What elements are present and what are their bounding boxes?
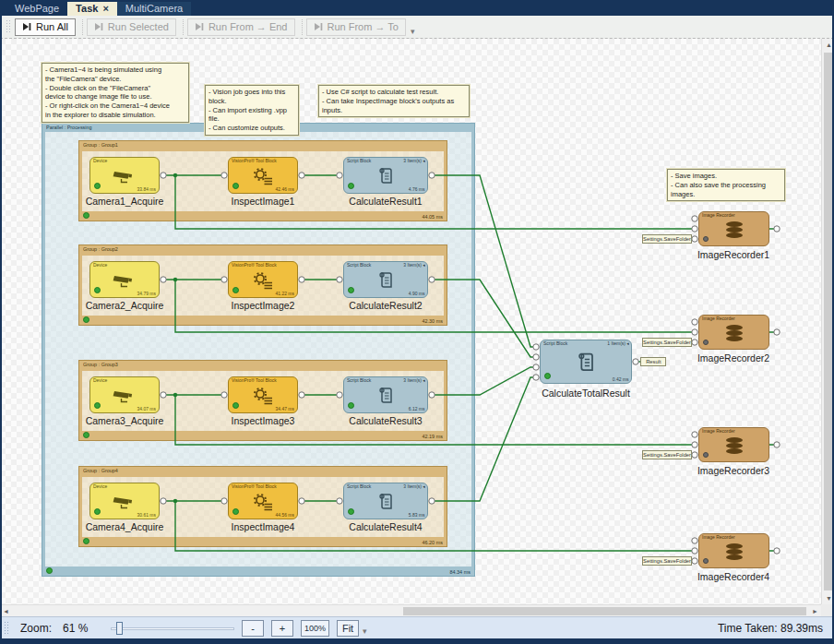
- settings-savefolder-tag[interactable]: Settings.SaveFolder: [642, 556, 692, 566]
- settings-savefolder-tag[interactable]: Settings.SaveFolder: [642, 234, 692, 244]
- run-from-to-label: Run From → To: [328, 21, 399, 32]
- camera-block-1[interactable]: Device 33.84 ms: [89, 157, 160, 194]
- status-ok-icon: [94, 183, 101, 189]
- block-time: 34.79 ms: [137, 291, 156, 296]
- calc-block-2[interactable]: Script Block 3 Item(s) ◂ 4.90 ms: [343, 261, 428, 298]
- note-line: - Vision job goes into this block.: [208, 88, 295, 106]
- camera-block-4[interactable]: Device 30.61 ms: [89, 483, 160, 519]
- vertical-scrollbar-thumb[interactable]: [824, 53, 833, 590]
- close-icon[interactable]: ×: [102, 3, 108, 14]
- recorder-block-3[interactable]: Image Recorder: [698, 427, 769, 462]
- note-simulation[interactable]: - Camera1~4 is being simulated using the…: [42, 63, 189, 123]
- toolbar-overflow-icon[interactable]: ▾: [411, 27, 415, 38]
- block-time: 41.22 ms: [276, 291, 294, 296]
- inspect-block-label: InspectImage1: [194, 196, 332, 207]
- scroll-up-icon[interactable]: ▲: [826, 42, 832, 48]
- run-all-button[interactable]: Run All: [15, 18, 76, 36]
- recorder-block-2[interactable]: Image Recorder: [698, 315, 769, 350]
- statusbar-grip[interactable]: [4, 621, 9, 636]
- scroll-right-icon[interactable]: ►: [812, 608, 818, 614]
- note-script[interactable]: - Use C# script to calculate test result…: [318, 85, 470, 117]
- block-items: 3 Item(s) ◂: [404, 159, 425, 164]
- inspect-block-3[interactable]: VisionPro® Tool Block 34.47 ms: [228, 376, 298, 413]
- block-header: Script Block: [347, 378, 371, 384]
- tab-webpage[interactable]: WebPage: [6, 0, 67, 16]
- database-icon: [722, 542, 746, 562]
- inspect-block-2[interactable]: VisionPro® Tool Block 41.22 ms: [228, 261, 298, 298]
- gear-list-icon: [251, 493, 275, 511]
- zoom-out-button[interactable]: -: [242, 620, 264, 637]
- status-ok-icon: [83, 212, 89, 219]
- status-ok-icon: [94, 287, 101, 293]
- calc-block-3[interactable]: Script Block 3 Item(s) ◂ 6.12 ms: [343, 376, 428, 413]
- recorder-block-label: ImageRecorder1: [664, 249, 803, 260]
- toolbar-separator: [183, 19, 184, 35]
- inspect-block-4[interactable]: VisionPro® Tool Block 44.56 ms: [228, 483, 298, 519]
- status-ok-icon: [232, 183, 239, 189]
- group-title: Group : Group3: [83, 362, 118, 367]
- zoom-slider-handle[interactable]: [116, 622, 123, 635]
- status-ok-icon: [348, 183, 354, 189]
- block-items: 3 Item(s) ◂: [404, 263, 425, 268]
- block-time: 34.47 ms: [276, 406, 294, 411]
- block-header: Script Block: [347, 484, 371, 490]
- calc-block-4[interactable]: Script Block 3 Item(s) ◂ 5.83 ms: [343, 483, 428, 519]
- calc-total-block[interactable]: Script Block 1 Item(s) ◂ 0.42 ms: [540, 340, 632, 384]
- vertical-scrollbar[interactable]: ▲ ▼: [821, 39, 834, 604]
- recorder-block-4[interactable]: Image Recorder: [698, 533, 769, 568]
- scroll-down-icon[interactable]: ▼: [826, 595, 832, 602]
- note-line: - Double click on the "FileCamera": [45, 84, 185, 93]
- note-line: - Can customize outputs.: [208, 124, 295, 133]
- settings-savefolder-label: Settings.SaveFolder: [643, 340, 691, 345]
- script-icon: [375, 491, 396, 513]
- inspect-block-1[interactable]: VisionPro® Tool Block 42.46 ms: [228, 157, 298, 194]
- zoom-fit-button[interactable]: Fit: [337, 620, 359, 637]
- camera-block-3[interactable]: Device 34.07 ms: [89, 376, 160, 413]
- camera-block-2[interactable]: Device 34.79 ms: [89, 261, 160, 298]
- tab-task[interactable]: Task ×: [67, 0, 117, 16]
- calc-block-label: CalculateResult3: [316, 415, 455, 426]
- status-ok-icon: [94, 402, 101, 409]
- note-line: device to change image file to use.: [45, 92, 185, 101]
- horizontal-scrollbar[interactable]: ◄ ►: [0, 604, 821, 616]
- group-time: 44.05 ms: [423, 214, 443, 220]
- zoom-slider-track[interactable]: [111, 627, 234, 630]
- status-idle-icon: [703, 236, 709, 242]
- tab-multicamera[interactable]: MultiCamera: [117, 0, 191, 16]
- block-header: Image Recorder: [702, 316, 735, 322]
- settings-savefolder-tag[interactable]: Settings.SaveFolder: [642, 450, 692, 459]
- run-from-end-button[interactable]: Run From → End: [187, 18, 295, 36]
- block-time: 42.46 ms: [276, 186, 294, 192]
- recorder-block-1[interactable]: Image Recorder: [698, 211, 769, 246]
- scroll-left-icon[interactable]: ◄: [3, 608, 9, 614]
- calc-block-label: CalculateResult4: [316, 521, 455, 532]
- flow-canvas[interactable]: Parallel : Processing 84.34 ms Group : G…: [0, 39, 821, 604]
- run-from-to-button[interactable]: Run From → To: [306, 18, 406, 36]
- calc-block-label: CalculateResult1: [316, 196, 455, 207]
- recorder-block-label: ImageRecorder2: [664, 352, 803, 364]
- block-header: Script Block: [543, 341, 567, 347]
- run-selected-button[interactable]: Run Selected: [87, 18, 176, 36]
- note-save[interactable]: - Save images. - Can also save the proce…: [667, 169, 785, 201]
- result-tag[interactable]: Result: [640, 357, 666, 366]
- block-header: Script Block: [347, 159, 371, 164]
- note-visionjob[interactable]: - Vision job goes into this block. - Can…: [205, 85, 299, 136]
- recorder-block-label: ImageRecorder3: [664, 465, 803, 476]
- block-items: 3 Item(s) ◂: [404, 484, 425, 490]
- zoom-in-button[interactable]: +: [271, 620, 293, 637]
- statusbar-overflow-icon[interactable]: ▾: [363, 626, 367, 638]
- zoom-slider[interactable]: [111, 622, 234, 635]
- window-bottom-edge: [0, 638, 834, 644]
- zoom-100-button[interactable]: 100%: [301, 620, 329, 637]
- calc-block-1[interactable]: Script Block 3 Item(s) ◂ 4.76 ms: [343, 157, 428, 194]
- horizontal-scrollbar-thumb[interactable]: [403, 607, 806, 615]
- group-time: 42.19 ms: [423, 434, 443, 439]
- script-icon: [574, 350, 598, 376]
- toolbar-separator: [82, 19, 83, 35]
- block-header: Device: [93, 159, 107, 164]
- settings-savefolder-tag[interactable]: Settings.SaveFolder: [642, 338, 692, 347]
- run-icon: [94, 22, 103, 31]
- run-icon: [22, 22, 31, 31]
- toolbar-grip[interactable]: [6, 19, 11, 34]
- group-time: 46.20 ms: [423, 540, 443, 545]
